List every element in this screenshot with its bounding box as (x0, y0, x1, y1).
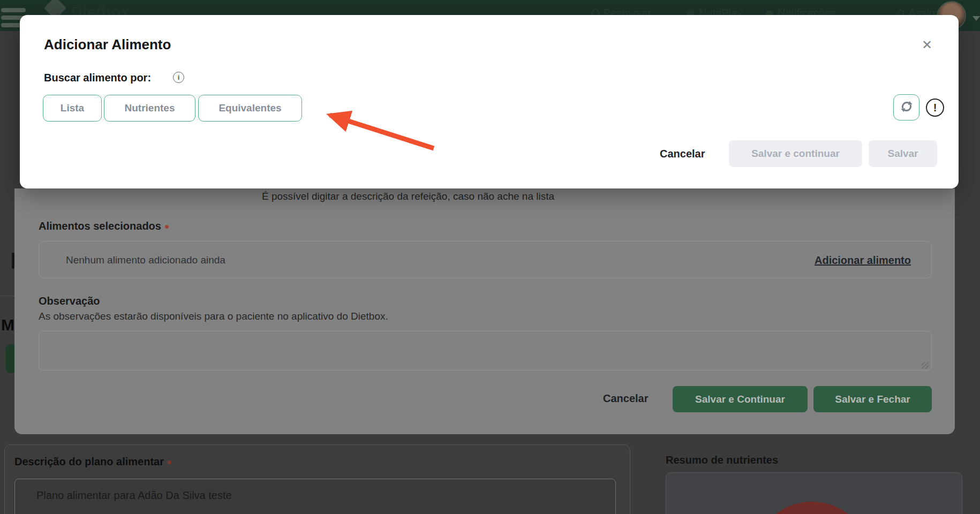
meal-modal: É possível digitar a descrição da refeiç… (14, 188, 955, 434)
food-save-button[interactable]: Salvar (869, 140, 937, 167)
add-food-modal-title: Adicionar Alimento (44, 36, 171, 53)
add-food-link[interactable]: Adicionar alimento (815, 241, 911, 279)
nutrients-summary-card (666, 472, 962, 514)
food-cancel-button[interactable]: Cancelar (657, 147, 708, 161)
screen: Dietbox Pesquisar ▦NutriPlay Notificaçõe… (0, 0, 980, 514)
page-partial-heading: M (1, 316, 14, 334)
plan-description-input[interactable] (14, 479, 616, 514)
meal-save-continue-button[interactable]: Salvar e Continuar (673, 386, 808, 412)
nutrients-summary-title: Resumo de nutrientes (666, 454, 778, 466)
observation-help-text: As observações estarão disponíveis para … (39, 311, 388, 322)
empty-foods-text: Nenhum alimento adicionado ainda (66, 241, 225, 279)
chevron-down-icon[interactable] (973, 16, 980, 21)
food-save-continue-button[interactable]: Salvar e continuar (729, 140, 862, 167)
selected-foods-label: Alimentos selecionados (39, 220, 169, 232)
add-food-modal: Adicionar Alimento ✕ Buscar alimento por… (20, 15, 959, 188)
tab-equivalentes[interactable]: Equivalentes (198, 95, 302, 122)
nutrients-pie-chart (753, 502, 871, 514)
meal-hint-text: É possível digitar a descrição da refeiç… (262, 191, 554, 202)
resize-handle-icon[interactable] (922, 362, 929, 369)
page-divider (0, 296, 14, 296)
hamburger-menu-icon[interactable] (1, 8, 26, 12)
close-icon[interactable]: ✕ (917, 35, 937, 55)
refresh-icon (899, 99, 914, 114)
observation-label: Observação (39, 295, 100, 307)
tab-nutrientes[interactable]: Nutrientes (104, 95, 195, 122)
meal-cancel-button[interactable]: Cancelar (600, 392, 652, 405)
observation-textarea[interactable] (39, 331, 932, 371)
refresh-button[interactable] (893, 94, 919, 120)
selected-foods-label-text: Alimentos selecionados (39, 220, 161, 232)
meal-save-close-button[interactable]: Salvar e Fechar (813, 386, 932, 412)
page-partial-button (5, 344, 14, 373)
required-dot-icon (165, 225, 169, 229)
required-dot-icon (168, 460, 171, 464)
plan-description-label-text: Descrição do plano alimentar (14, 456, 164, 467)
selected-foods-box: Nenhum alimento adicionado ainda Adicion… (39, 241, 932, 278)
search-by-label: Buscar alimento por: (44, 72, 151, 84)
info-icon[interactable]: i (173, 72, 184, 83)
warning-icon[interactable]: ! (926, 99, 944, 117)
tab-lista[interactable]: Lista (43, 95, 102, 122)
plan-description-label: Descrição do plano alimentar (14, 456, 171, 468)
